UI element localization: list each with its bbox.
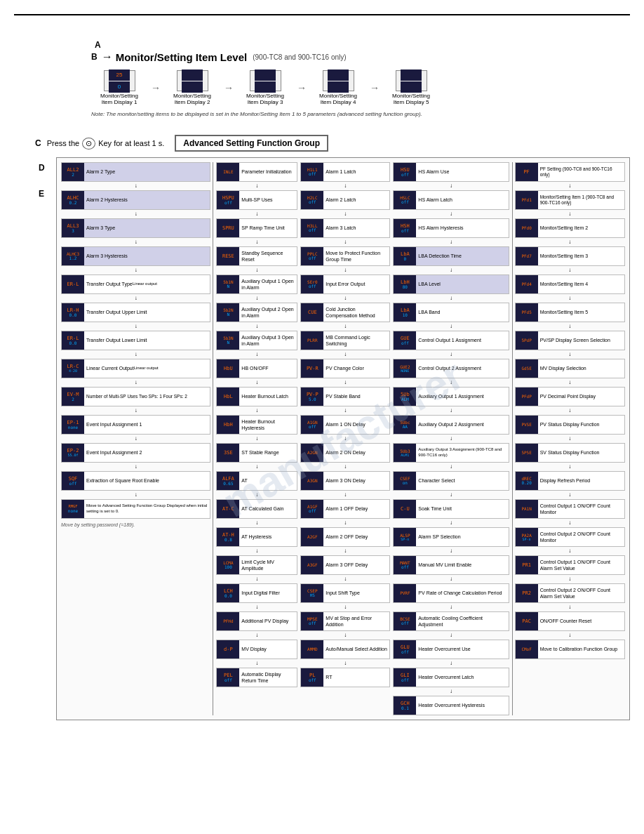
display-label-1: Monitor/Setting Item Display 1: [98, 93, 140, 105]
display-label-5: Monitor/Setting Item Display 5: [390, 93, 432, 105]
list-item: PFd5 Monitor/Setting Item 5: [515, 303, 625, 322]
display-item-3: Monitor/Setting Item Display 3: [244, 70, 286, 105]
list-item: CMoF Move to Calibration Function Group: [515, 640, 625, 659]
list-item: ALSPSP-n Alarm SP Selection: [393, 527, 509, 547]
list-item: CUE Cold Junction Compensation Method: [300, 303, 390, 322]
list-item: AT-H0.8 AT Hysteresis: [216, 527, 297, 547]
list-item: PFd7 Monitor/Setting Item 3: [515, 246, 625, 266]
col-3: H1L1off Alarm 1 Latch ↓ H2LCoff Alarm 2 …: [300, 162, 390, 715]
monitor-title: Monitor/Setting Item Level: [116, 51, 248, 63]
list-item: PFd4 Monitor/Setting Item 4: [515, 274, 625, 294]
label-b: B: [91, 52, 98, 62]
list-item: LbH80 LBA Level: [393, 274, 509, 294]
list-item: LCH0.0 Input Digital Filter: [216, 583, 297, 603]
list-item: HSLCoff HS Alarm Latch: [393, 190, 509, 210]
list-item: GUEoff Control Output 1 Assignment: [393, 331, 509, 350]
list-item: LbA10 LBA Band: [393, 303, 509, 322]
list-item: GUE2NONE Control Output 2 Assignment: [393, 359, 509, 378]
list-item: HbU HB ON/OFF: [216, 359, 297, 378]
label-a: A: [95, 40, 101, 50]
list-item: ER-L0.0 Transfer Output Lower Limit: [61, 331, 210, 350]
list-item: PR2 Control Output 2 ON/OFF Count Alarm …: [515, 583, 625, 603]
list-item: A1GFoff Alarm 1 OFF Delay: [300, 499, 390, 519]
display-item-1: 25 0 Monitor/Setting Item Display 1: [98, 70, 140, 105]
list-item: ALL33 Alarm 3 Type: [61, 218, 210, 238]
list-item: LbA0 LBA Detection Time: [393, 246, 509, 266]
list-item: PR1 Control Output 1 ON/OFF Count Alarm …: [515, 555, 625, 575]
list-item: CSEPHS Input Shift Type: [300, 583, 390, 603]
list-item: PFd0 Monitor/Setting Item 2: [515, 218, 625, 238]
list-item: H3LLoff Alarm 3 Latch: [300, 218, 390, 238]
display-box-5: [396, 70, 427, 91]
press-key-text: Press the: [47, 139, 79, 147]
list-item: 3SE ST Stable Range: [216, 443, 297, 463]
list-item: PF PF Setting (900-TC8 and 900-TC16 only…: [515, 162, 625, 182]
list-item: 5UbcAA Auxiliary Output 2 Assignment: [393, 415, 509, 435]
list-item: EP-1none Event Input Assignment 1: [61, 415, 210, 435]
display-box-4: [323, 70, 354, 91]
list-item: PFdP PV Decimal Point Display: [515, 387, 625, 406]
display-box-3: [250, 70, 281, 91]
list-item: HSPUoff Multi-SP Uses: [216, 190, 297, 210]
list-item: LR-C4-20 Linear Current OutputLinear out…: [61, 359, 210, 378]
list-item: H2LCoff Alarm 2 Latch: [300, 190, 390, 210]
list-item: ALFA0.65 AT: [216, 471, 297, 491]
list-item: 5b2NN Auxiliary Output 2 Open in Alarm: [216, 303, 297, 322]
list-item: 5Ub3ALM1 Auxiliary Output 3 Assignment (…: [393, 443, 509, 463]
list-item: EV-M2 Number of Multi-SP Uses Two SPs: 1…: [61, 387, 210, 406]
list-item: HbH Heater Burnout Hysteresis: [216, 415, 297, 435]
list-item: SPRU SP Ramp Time Unit: [216, 218, 297, 238]
list-item: d-P MV Display: [216, 640, 297, 659]
list-item: SQFoff Extraction of Square Root Enable: [61, 471, 210, 491]
list-item: ALL22 Alarm 2 Type: [61, 162, 210, 182]
display-label-4: Monitor/Setting Item Display 4: [317, 93, 359, 105]
list-item: ALHC0.2 Alarm 2 Hysteresis: [61, 190, 210, 210]
list-item: PFd1 Monitor/Setting Item 1 (900-TC8 and…: [515, 190, 625, 210]
key-symbol: ⊙: [82, 138, 95, 150]
list-item: HbL Heater Burnout Latch: [216, 387, 297, 406]
display-label-3: Monitor/Setting Item Display 3: [244, 93, 286, 105]
key-text: Key for at least 1 s.: [98, 139, 164, 147]
list-item: HSHoff HS Alarm Hysteresis: [393, 218, 509, 238]
list-item: A2GN Alarm 2 ON Delay: [300, 443, 390, 463]
advanced-section: C Press the ⊙ Key for at least 1 s. Adva…: [35, 135, 630, 720]
col-1: ALL22 Alarm 2 Type ↓ ALHC0.2 Alarm 2 Hys…: [61, 162, 213, 715]
list-item: EP-255.0f Event Input Assignment 2: [61, 443, 210, 463]
list-item: A1GNoff Alarm 1 ON Delay: [300, 415, 390, 435]
display-items-row: 25 0 Monitor/Setting Item Display 1 →: [98, 70, 630, 105]
monitor-subtitle: (900-TC8 and 900-TC16 only): [253, 53, 346, 61]
list-item: PV-R PV Change Color: [300, 359, 390, 378]
list-item: INLE Parameter Initialization: [216, 162, 297, 182]
list-item: 5PdP PV/SP Display Screen Selection: [515, 331, 625, 350]
list-item: ALHC31.2 Alarm 3 Hysteresis: [61, 246, 210, 266]
list-item: PVRF PV Rate of Change Calculation Perio…: [393, 583, 509, 603]
list-item: HSUoff HS Alarm Use: [393, 162, 509, 182]
list-item: PAC ON/OFF Counter Reset: [515, 611, 625, 631]
list-item: PA2ASP-n Control Output 2 ON/OFF Count M…: [515, 527, 625, 547]
list-item: A2GF Alarm 2 OFF Delay: [300, 527, 390, 547]
col-2: INLE Parameter Initialization ↓ HSPUoff …: [216, 162, 297, 715]
list-item: GCH0.1 Heater Overcurrent Hysteresis: [393, 696, 509, 715]
list-item: PPLCoff Move to Protect Function Group T…: [300, 246, 390, 266]
list-item: AMMD Auto/Manual Select Addition: [300, 640, 390, 659]
list-item: RESE Standby Sequence Reset: [216, 246, 297, 266]
list-item: Gd5E MV Display Selection: [515, 359, 625, 378]
display-item-4: Monitor/Setting Item Display 4: [317, 70, 359, 105]
list-item: ER-L Transfer Output TypeLinear output: [61, 274, 210, 294]
display-item-5: Monitor/Setting Item Display 5: [390, 70, 432, 105]
list-item: 5b1NN Auxiliary Output 1 Open in Alarm: [216, 274, 297, 294]
label-d: D: [39, 163, 45, 173]
label-e: E: [39, 189, 44, 199]
list-item: PLoff RT: [300, 668, 390, 687]
list-item: SEr0off Input Error Output: [300, 274, 390, 294]
monitor-note: Note: The monitor/setting items to be di…: [91, 111, 630, 117]
list-item: PLRR MB Command Logic Switching: [300, 331, 390, 350]
list-item: PFHd Additional PV Display: [216, 611, 297, 631]
display-label-2: Monitor/Setting Item Display 2: [171, 93, 213, 105]
list-item: A3GF Alarm 3 OFF Delay: [300, 555, 390, 575]
list-item: PVSE PV Status Display Function: [515, 415, 625, 435]
list-item: C-U Soak Time Unit: [393, 499, 509, 519]
list-item: 5UbALM Auxiliary Output 1 Assignment: [393, 387, 509, 406]
list-item: GLUoff Heater Overcurrent Use: [393, 640, 509, 659]
monitor-section: B → Monitor/Setting Item Level (900-TC8 …: [91, 51, 630, 117]
